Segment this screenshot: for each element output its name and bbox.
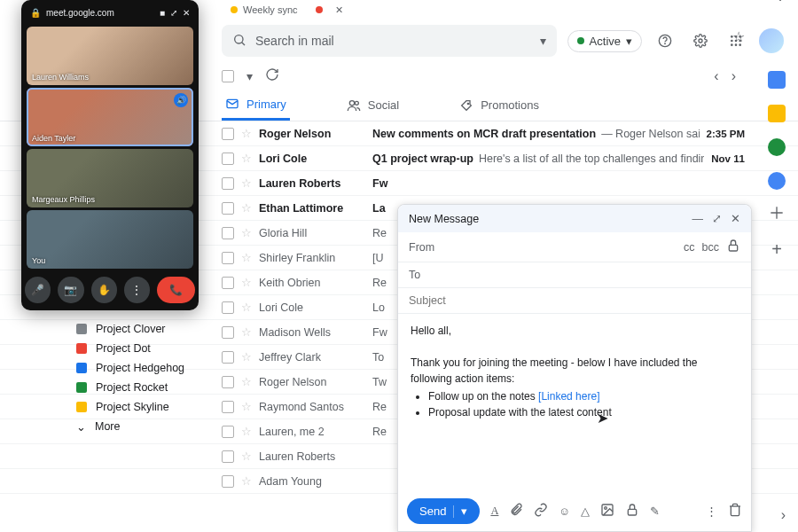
raise-hand-button[interactable]: ✋ — [91, 277, 117, 303]
refresh-icon[interactable] — [265, 67, 279, 84]
pip-expand-icon[interactable]: ⤢ — [170, 8, 177, 18]
pip-tile[interactable]: Lauren Williams — [27, 27, 193, 85]
svg-point-3 — [699, 39, 702, 43]
link-icon[interactable] — [534, 503, 548, 520]
row-subject: Q1 project wrap-up — [372, 153, 473, 165]
star-icon[interactable]: ☆ — [241, 127, 252, 140]
pip-tile[interactable]: You — [27, 210, 193, 269]
select-all-checkbox[interactable] — [222, 70, 234, 82]
star-icon[interactable]: ☆ — [241, 251, 252, 264]
star-icon[interactable]: ☆ — [241, 350, 252, 364]
add-panel-icon[interactable]: + — [771, 239, 782, 260]
row-checkbox[interactable] — [222, 177, 234, 190]
pip-camera-icon[interactable]: ■ — [160, 8, 165, 18]
row-checkbox[interactable] — [222, 301, 234, 314]
row-checkbox[interactable] — [222, 252, 234, 264]
account-avatar[interactable] — [759, 28, 784, 53]
meet-pip[interactable]: 🔒 meet.google.com ■ ⤢ ✕ Lauren Williams … — [21, 0, 199, 310]
from-field[interactable]: From cc bcc — [398, 232, 751, 262]
row-checkbox[interactable] — [222, 128, 234, 140]
sidebar-label[interactable]: Project Dot — [76, 339, 184, 358]
subject-field[interactable] — [398, 288, 751, 314]
keep-icon[interactable] — [768, 105, 786, 122]
star-icon[interactable]: ☆ — [241, 450, 252, 463]
sidebar-label[interactable]: Project Skyline — [76, 397, 184, 417]
status-chip[interactable]: Active ▾ — [567, 30, 642, 52]
send-button[interactable]: Send ▾ — [407, 498, 480, 524]
camera-button[interactable]: 📷 — [58, 277, 83, 303]
row-checkbox[interactable] — [222, 475, 234, 488]
label-color-icon — [76, 382, 87, 393]
star-icon[interactable]: ☆ — [241, 226, 252, 239]
drive-icon[interactable]: △ — [581, 505, 590, 518]
star-icon[interactable]: ☆ — [241, 301, 252, 314]
next-page-icon[interactable]: › — [732, 68, 736, 84]
sidebar-label[interactable]: Project Hedgehog — [76, 358, 184, 378]
star-icon[interactable]: ☆ — [241, 201, 252, 215]
close-icon[interactable]: ✕ — [731, 212, 740, 225]
select-caret-icon[interactable]: ▾ — [246, 69, 253, 83]
lock-icon[interactable] — [726, 239, 740, 255]
tab-promotions[interactable]: Promotions — [456, 91, 543, 120]
confidential-icon[interactable] — [625, 503, 639, 520]
format-icon[interactable]: A — [490, 505, 498, 518]
row-checkbox[interactable] — [222, 153, 234, 165]
row-checkbox[interactable] — [222, 401, 234, 413]
row-checkbox[interactable] — [222, 376, 234, 388]
browser-tab[interactable]: Weekly sync ✕ — [222, 4, 352, 16]
star-icon[interactable]: ☆ — [241, 474, 252, 488]
star-icon[interactable]: ☆ — [241, 176, 252, 190]
star-icon[interactable]: ☆ — [241, 276, 252, 289]
attach-icon[interactable] — [509, 503, 523, 520]
emoji-icon[interactable]: ☺ — [559, 505, 570, 518]
to-field[interactable]: To — [398, 262, 751, 288]
signature-icon[interactable]: ✎ — [650, 505, 660, 518]
star-icon[interactable]: ☆ — [241, 425, 252, 438]
star-icon[interactable]: ☆ — [241, 152, 252, 165]
contacts-icon[interactable] — [768, 172, 786, 190]
sidebar-label[interactable]: Project Clover — [76, 319, 184, 339]
image-icon[interactable] — [600, 503, 614, 520]
row-checkbox[interactable] — [222, 326, 234, 339]
star-icon[interactable]: ☆ — [241, 325, 252, 339]
row-checkbox[interactable] — [222, 202, 234, 215]
sidebar-label[interactable]: Project Rocket — [76, 378, 184, 397]
row-checkbox[interactable] — [222, 227, 234, 239]
help-icon[interactable] — [653, 28, 677, 53]
discard-icon[interactable] — [728, 503, 742, 520]
calendar-icon[interactable] — [768, 71, 786, 89]
tasks-icon[interactable] — [768, 138, 786, 156]
collapse-rail-icon[interactable]: › — [781, 507, 786, 523]
prev-page-icon[interactable]: ‹ — [714, 68, 718, 84]
pip-tile[interactable]: 🔊Aiden Tayler — [27, 88, 193, 146]
pip-close-icon[interactable]: ✕ — [183, 8, 190, 18]
bookmark-star-icon[interactable]: ☆ — [732, 28, 745, 45]
row-checkbox[interactable] — [222, 426, 234, 438]
search-options-icon[interactable]: ▾ — [540, 34, 546, 48]
tab-social[interactable]: Social — [343, 91, 403, 120]
pip-more-button[interactable]: ⋮ — [124, 277, 150, 303]
cc-button[interactable]: cc — [684, 241, 695, 254]
more-options-icon[interactable]: ⋮ — [706, 505, 717, 518]
end-call-button[interactable]: 📞 — [157, 277, 195, 303]
mic-button[interactable]: 🎤 — [25, 277, 51, 303]
compose-body[interactable]: Hello all, Thank you for joining the mee… — [398, 314, 751, 491]
search-input[interactable]: Search in mail ▾ — [222, 25, 557, 57]
close-tab-icon[interactable]: ✕ — [335, 4, 343, 16]
row-checkbox[interactable] — [222, 277, 234, 289]
row-checkbox[interactable] — [222, 351, 234, 364]
addons-icon[interactable] — [770, 206, 784, 223]
pip-tile[interactable]: Margeaux Phillips — [27, 149, 193, 207]
labels-more[interactable]: ⌄More — [76, 417, 184, 436]
row-checkbox[interactable] — [222, 450, 234, 463]
body-link[interactable]: [Linked here] — [538, 390, 599, 403]
settings-icon[interactable] — [688, 28, 713, 53]
fullscreen-icon[interactable]: ⤢ — [712, 212, 722, 225]
minimize-icon[interactable]: — — [692, 213, 704, 225]
tab-primary[interactable]: Primary — [222, 90, 290, 121]
tab-recording-icon — [316, 6, 323, 13]
star-icon[interactable]: ☆ — [241, 375, 252, 388]
send-options-icon[interactable]: ▾ — [461, 505, 467, 518]
bcc-button[interactable]: bcc — [702, 241, 719, 254]
star-icon[interactable]: ☆ — [241, 400, 252, 413]
